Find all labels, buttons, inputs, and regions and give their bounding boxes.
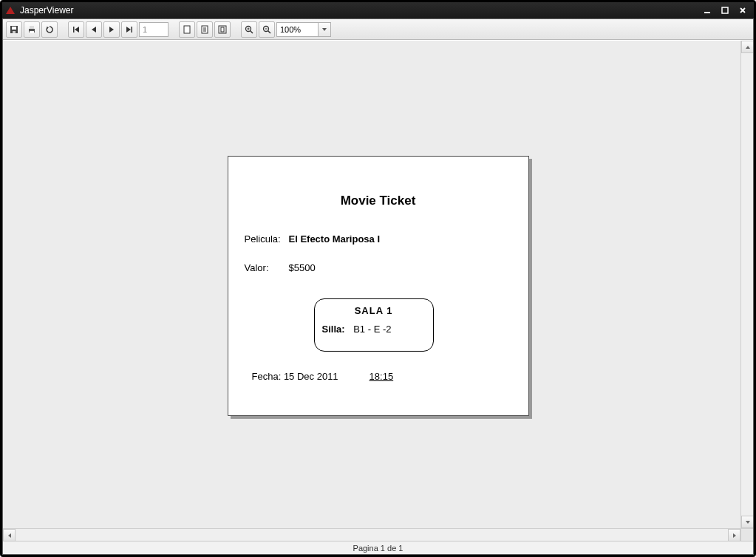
svg-rect-15 xyxy=(132,27,133,33)
app-icon xyxy=(5,5,16,16)
report-page: Movie Ticket Pelicula: El Efecto Maripos… xyxy=(228,155,529,415)
fecha-text: Fecha: 15 Dec 2011 xyxy=(252,370,338,381)
svg-marker-27 xyxy=(322,28,327,31)
titlebar: JasperViewer xyxy=(2,2,754,18)
first-page-button[interactable] xyxy=(68,21,84,38)
prev-page-button[interactable] xyxy=(86,21,102,38)
svg-rect-4 xyxy=(12,27,16,30)
fecha-label: Fecha: xyxy=(252,370,282,381)
status-text: Pagina 1 de 1 xyxy=(353,544,403,553)
print-icon xyxy=(27,24,37,35)
scroll-down-button[interactable] xyxy=(741,516,753,528)
save-button[interactable] xyxy=(6,21,22,38)
valor-row: Valor: $5500 xyxy=(245,262,528,273)
zoom-out-icon xyxy=(262,24,272,35)
window-title: JasperViewer xyxy=(20,5,698,16)
fecha-row: Fecha: 15 Dec 2011 18:15 xyxy=(252,370,528,381)
scroll-corner xyxy=(740,528,753,541)
svg-rect-2 xyxy=(722,7,728,13)
zoom-in-button[interactable] xyxy=(241,21,257,38)
zoom-dropdown-button[interactable] xyxy=(318,22,331,37)
zoom-in-icon xyxy=(244,24,254,35)
fecha-value: 15 Dec 2011 xyxy=(284,370,338,381)
prev-page-icon xyxy=(89,24,99,35)
chevron-left-icon xyxy=(7,533,13,539)
fit-width-button[interactable] xyxy=(214,21,231,38)
silla-label: Silla: xyxy=(322,323,345,334)
scroll-left-button[interactable] xyxy=(3,529,16,541)
toolbar xyxy=(3,19,753,40)
page-actual-icon xyxy=(182,24,192,35)
minimize-button[interactable] xyxy=(699,4,715,16)
save-icon xyxy=(9,24,19,35)
svg-marker-30 xyxy=(8,533,11,538)
chevron-down-icon xyxy=(321,27,327,33)
zoom-input[interactable] xyxy=(276,22,318,37)
silla-value: B1 - E -2 xyxy=(353,323,391,334)
silla-row: Silla: B1 - E -2 xyxy=(322,323,426,334)
svg-rect-8 xyxy=(30,31,34,33)
svg-marker-28 xyxy=(746,46,750,49)
reload-icon xyxy=(44,24,55,35)
document-viewport[interactable]: Movie Ticket Pelicula: El Efecto Maripos… xyxy=(3,41,753,541)
svg-line-21 xyxy=(251,30,253,33)
svg-rect-19 xyxy=(221,27,224,32)
app-window: JasperViewer xyxy=(0,0,756,557)
svg-marker-14 xyxy=(126,27,131,33)
valor-value: $5500 xyxy=(289,262,316,273)
scroll-right-button[interactable] xyxy=(728,529,740,541)
fit-page-button[interactable] xyxy=(197,21,213,38)
zoom-combo[interactable] xyxy=(276,22,331,37)
svg-marker-12 xyxy=(92,27,96,33)
status-bar: Pagina 1 de 1 xyxy=(3,541,753,554)
zoom-out-button[interactable] xyxy=(259,21,275,38)
time-value: 18:15 xyxy=(370,370,394,381)
report-title: Movie Ticket xyxy=(228,193,528,208)
page-number-input[interactable] xyxy=(139,22,168,37)
scroll-track[interactable] xyxy=(741,53,753,516)
vertical-scrollbar[interactable] xyxy=(740,41,753,528)
print-button[interactable] xyxy=(24,21,40,38)
actual-size-button[interactable] xyxy=(179,21,195,38)
svg-rect-16 xyxy=(184,26,190,33)
reload-button[interactable] xyxy=(41,21,58,38)
svg-rect-1 xyxy=(704,12,710,13)
svg-rect-5 xyxy=(13,31,16,33)
scroll-track[interactable] xyxy=(16,529,728,541)
last-page-icon xyxy=(124,24,134,35)
seat-box: SALA 1 Silla: B1 - E -2 xyxy=(314,298,434,351)
first-page-icon xyxy=(71,24,81,35)
next-page-button[interactable] xyxy=(103,21,120,38)
pelicula-row: Pelicula: El Efecto Mariposa I xyxy=(245,233,528,244)
valor-label: Valor: xyxy=(245,262,289,273)
svg-marker-11 xyxy=(75,27,79,33)
viewport-container: Movie Ticket Pelicula: El Efecto Maripos… xyxy=(3,40,753,554)
last-page-button[interactable] xyxy=(121,21,137,38)
window-body: Movie Ticket Pelicula: El Efecto Maripos… xyxy=(2,18,754,555)
pelicula-label: Pelicula: xyxy=(245,233,289,244)
fit-page-icon xyxy=(200,24,210,35)
svg-marker-31 xyxy=(733,533,736,538)
svg-marker-0 xyxy=(6,7,15,14)
svg-rect-7 xyxy=(30,26,34,29)
maximize-button[interactable] xyxy=(717,4,733,16)
svg-rect-10 xyxy=(73,27,75,33)
chevron-down-icon xyxy=(745,519,751,525)
close-button[interactable] xyxy=(735,4,751,16)
svg-marker-29 xyxy=(746,521,750,524)
scroll-up-button[interactable] xyxy=(741,41,753,53)
chevron-right-icon xyxy=(732,533,738,539)
svg-line-25 xyxy=(268,30,271,33)
chevron-up-icon xyxy=(745,44,751,50)
horizontal-scrollbar[interactable] xyxy=(3,528,740,541)
svg-marker-13 xyxy=(109,27,114,33)
sala-label: SALA 1 xyxy=(322,304,426,315)
pelicula-value: El Efecto Mariposa I xyxy=(289,233,381,244)
next-page-icon xyxy=(106,24,117,35)
fit-width-icon xyxy=(217,24,228,35)
